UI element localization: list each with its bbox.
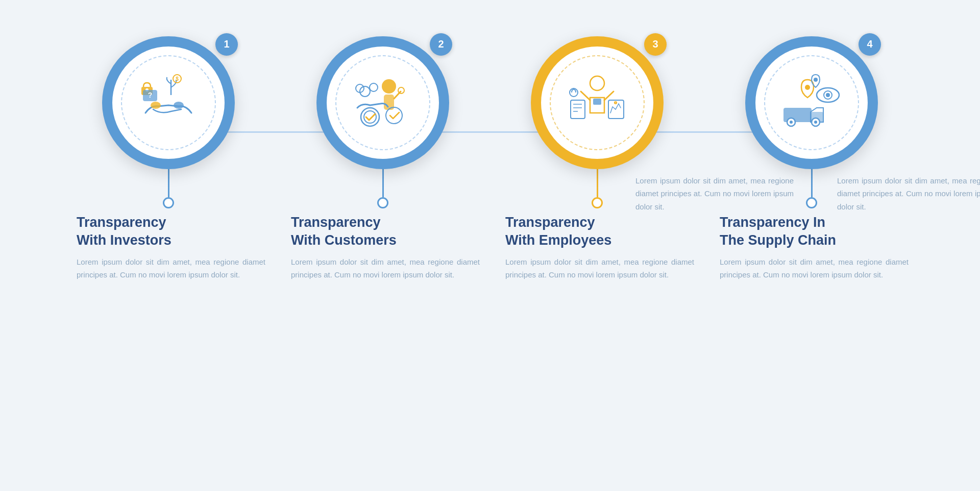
svg-line-20 xyxy=(581,91,590,100)
dot-4 xyxy=(806,197,817,208)
extra-desc-right-4: Lorem ipsum dolor sit dim amet, mea regi… xyxy=(837,174,980,214)
investors-icon: $ xyxy=(138,72,199,133)
item-1: $ xyxy=(61,36,276,208)
employees-icon: ! xyxy=(567,72,628,133)
svg-rect-23 xyxy=(571,100,585,119)
badge-4: 4 xyxy=(859,33,881,56)
desc-2: Lorem ipsum dolor sit dim amet, mea regi… xyxy=(291,255,480,282)
vline-3 xyxy=(597,169,598,197)
extra-lorem-4: Lorem ipsum dolor sit dim amet, mea regi… xyxy=(837,174,980,214)
svg-point-14 xyxy=(370,83,378,91)
circle-2: 2 xyxy=(316,36,449,169)
circle-4: 4 xyxy=(745,36,878,169)
svg-point-13 xyxy=(360,86,370,97)
infographic: $ xyxy=(31,26,949,465)
title-1: TransparencyWith Investors xyxy=(77,214,265,249)
extra-lorem-2: Lorem ipsum dolor sit dim amet, mea regi… xyxy=(635,174,794,214)
svg-rect-22 xyxy=(593,99,601,105)
title-4: Transparency InThe Supply Chain xyxy=(720,214,909,249)
text-item-2: TransparencyWith Customers Lorem ipsum d… xyxy=(286,214,480,282)
badge-2: 2 xyxy=(430,33,452,56)
dot-2 xyxy=(377,197,388,208)
title-2: TransparencyWith Customers xyxy=(291,214,480,249)
dot-3 xyxy=(592,197,603,208)
circle-3: ! 3 xyxy=(531,36,664,169)
customers-icon xyxy=(352,72,413,133)
svg-point-41 xyxy=(814,78,818,82)
svg-text:?: ? xyxy=(148,91,153,99)
title-3: TransparencyWith Employees xyxy=(505,214,694,249)
badge-3: 3 xyxy=(644,33,667,56)
supply-chain-icon xyxy=(781,72,842,133)
text-item-1: TransparencyWith Investors Lorem ipsum d… xyxy=(71,214,265,282)
dot-1 xyxy=(163,197,174,208)
badge-1: 1 xyxy=(215,33,238,56)
extra-desc-right-2: Lorem ipsum dolor sit dim amet, mea regi… xyxy=(635,174,794,214)
svg-point-36 xyxy=(814,121,817,124)
svg-text:$: $ xyxy=(176,76,179,82)
vline-2 xyxy=(382,169,384,197)
vline-1 xyxy=(168,169,169,197)
svg-point-0 xyxy=(151,102,161,109)
svg-point-19 xyxy=(590,76,604,90)
timeline-line xyxy=(128,131,852,133)
svg-line-21 xyxy=(604,91,614,100)
desc-3: Lorem ipsum dolor sit dim amet, mea regi… xyxy=(505,255,694,282)
text-item-3: TransparencyWith Employees Lorem ipsum d… xyxy=(500,214,694,282)
svg-point-1 xyxy=(174,102,184,109)
item-2: 2 xyxy=(276,36,490,208)
desc-4: Lorem ipsum dolor sit dim amet, mea regi… xyxy=(720,255,909,282)
desc-1: Lorem ipsum dolor sit dim amet, mea regi… xyxy=(77,255,265,282)
vline-4 xyxy=(811,169,813,197)
svg-point-39 xyxy=(826,93,830,97)
svg-point-40 xyxy=(805,85,810,90)
svg-point-9 xyxy=(382,79,396,93)
text-item-4: Transparency InThe Supply Chain Lorem ip… xyxy=(715,214,909,282)
circle-1: $ xyxy=(102,36,235,169)
svg-point-18 xyxy=(386,107,402,124)
svg-point-12 xyxy=(398,87,404,93)
svg-point-34 xyxy=(790,121,793,124)
